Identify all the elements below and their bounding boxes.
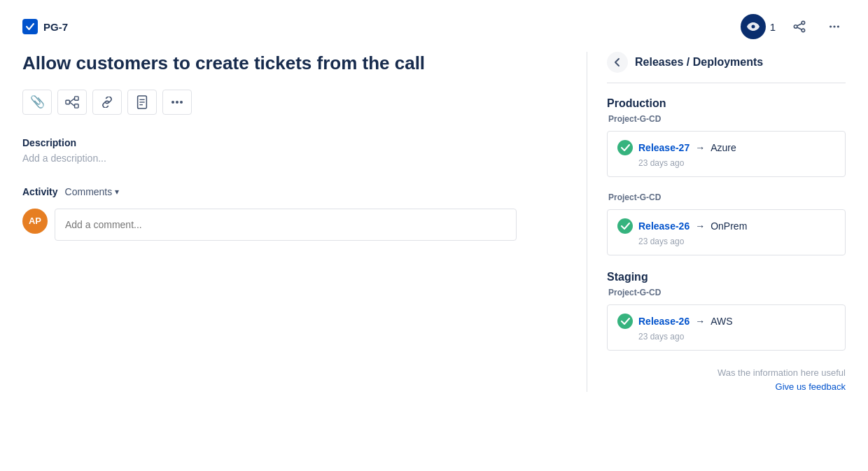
activity-label: Activity (22, 186, 58, 197)
description-placeholder[interactable]: Add a description... (22, 153, 559, 164)
comments-filter-dropdown[interactable]: Comments ▾ (65, 186, 120, 197)
ticket-id: PG-7 (43, 21, 68, 33)
svg-line-12 (69, 98, 74, 101)
feedback-section: Was the information here useful Give us … (607, 367, 846, 392)
feedback-text: Was the information here useful (607, 367, 846, 378)
more-toolbar-button[interactable] (162, 90, 192, 115)
release-link-2[interactable]: Release-26 (638, 220, 690, 232)
right-panel: Releases / Deployments Production Projec… (587, 52, 846, 392)
release-link-1[interactable]: Release-27 (638, 142, 690, 153)
panel-header: Releases / Deployments (607, 52, 846, 83)
chevron-down-icon: ▾ (115, 187, 119, 197)
svg-point-2 (802, 29, 805, 32)
panel-title: Releases / Deployments (635, 56, 763, 69)
svg-line-5 (797, 27, 802, 29)
release-link-3[interactable]: Release-26 (638, 316, 690, 327)
user-avatar: AP (22, 209, 48, 234)
description-label: Description (22, 137, 559, 148)
timestamp-3: 23 days ago (617, 332, 835, 342)
svg-point-20 (180, 101, 183, 104)
watch-count-container: 1 (741, 14, 776, 39)
production-section-2: Project-G-CD Release-26 → OnPrem 23 days… (607, 192, 846, 255)
svg-rect-11 (75, 104, 78, 107)
success-icon-2 (617, 218, 633, 234)
more-options-button[interactable] (823, 15, 846, 38)
svg-point-19 (176, 101, 178, 104)
action-toolbar: 📎 (22, 90, 559, 115)
target-1: Azure (710, 142, 736, 153)
project-label-2: Project-G-CD (607, 192, 846, 202)
watch-count: 1 (770, 21, 776, 33)
issue-title: Allow customers to create tickets from t… (22, 52, 498, 76)
svg-point-0 (751, 25, 755, 29)
comment-input[interactable] (55, 209, 517, 241)
ticket-checkbox (22, 19, 38, 34)
staging-section: Staging Project-G-CD Release-26 → AWS 23… (607, 271, 846, 351)
svg-rect-9 (66, 100, 69, 104)
arrow-3: → (695, 316, 705, 327)
target-3: AWS (710, 316, 732, 327)
doc-button[interactable] (127, 90, 157, 115)
svg-rect-10 (75, 97, 78, 100)
comments-filter-label: Comments (65, 186, 113, 197)
comment-row: AP (22, 209, 559, 241)
feedback-link[interactable]: Give us feedback (776, 381, 846, 392)
deployment-row-2: Release-26 → OnPrem (617, 218, 835, 234)
target-2: OnPrem (710, 220, 747, 232)
diagram-button[interactable] (57, 90, 87, 115)
svg-point-18 (172, 101, 174, 104)
svg-point-1 (802, 21, 805, 24)
svg-line-4 (797, 24, 802, 26)
eye-icon[interactable] (741, 14, 766, 39)
env-production-label: Production (607, 97, 846, 110)
deployment-card-1: Release-27 → Azure 23 days ago (607, 131, 846, 177)
deployment-card-3: Release-26 → AWS 23 days ago (607, 304, 846, 351)
attach-button[interactable]: 📎 (22, 90, 52, 115)
svg-line-13 (69, 102, 74, 106)
svg-point-7 (833, 25, 835, 27)
timestamp-2: 23 days ago (617, 237, 835, 246)
env-staging-label: Staging (607, 271, 846, 283)
production-section: Production Project-G-CD Release-27 → Azu… (607, 97, 846, 177)
success-icon-3 (617, 314, 633, 329)
svg-point-6 (830, 25, 832, 27)
back-button[interactable] (607, 52, 628, 73)
link-button[interactable] (92, 90, 122, 115)
arrow-2: → (695, 220, 705, 232)
svg-point-8 (837, 25, 839, 27)
arrow-1: → (695, 142, 705, 153)
project-label-3: Project-G-CD (607, 288, 846, 297)
deployment-row-3: Release-26 → AWS (617, 314, 835, 329)
svg-point-3 (794, 25, 797, 29)
success-icon-1 (617, 140, 633, 155)
project-label-1: Project-G-CD (607, 114, 846, 124)
deployment-card-2: Release-26 → OnPrem 23 days ago (607, 209, 846, 255)
deployment-row-1: Release-27 → Azure (617, 140, 835, 155)
share-button[interactable] (788, 15, 811, 38)
timestamp-1: 23 days ago (617, 158, 835, 168)
activity-row: Activity Comments ▾ (22, 186, 559, 197)
